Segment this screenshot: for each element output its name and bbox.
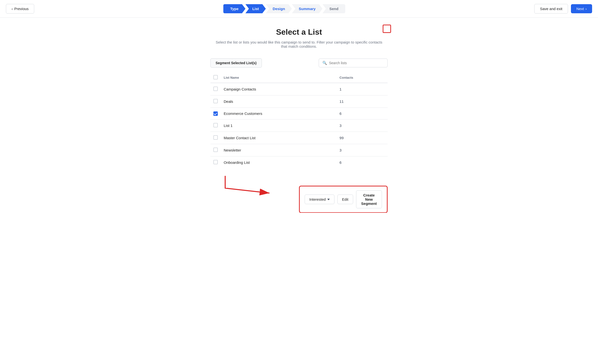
step-send[interactable]: Send	[322, 4, 345, 13]
row-list-name: Campaign Contacts	[221, 83, 337, 95]
row-contacts: 3	[337, 120, 388, 132]
row-list-name: Newsletter	[221, 144, 337, 156]
list-table: List Name Contacts Campaign Contacts1Dea…	[210, 73, 388, 168]
row-contacts: 6	[337, 108, 388, 120]
row-list-name: Deals	[221, 95, 337, 108]
row-checkbox-cell	[210, 120, 221, 132]
row-checkbox-cell	[210, 83, 221, 95]
create-new-segment-button[interactable]: Create New Segment	[356, 190, 382, 208]
search-box: 🔍	[319, 59, 388, 67]
table-row: List 13	[210, 120, 388, 132]
list-table-body: Campaign Contacts1Deals11Ecommerce Custo…	[210, 83, 388, 168]
table-row: Onboarding List6	[210, 156, 388, 169]
row-checkbox-cell	[210, 132, 221, 144]
chevron-left-icon: ‹	[12, 7, 13, 11]
page-subtitle: Select the list or lists you would like …	[213, 40, 385, 48]
table-row: Master Contact List99	[210, 132, 388, 144]
wizard-steps: Type List Design Summary Send	[223, 4, 345, 13]
row-checkbox-6[interactable]	[213, 160, 218, 164]
row-checkbox-1[interactable]	[213, 99, 218, 103]
main-content: Select a List Select the list or lists y…	[0, 18, 598, 213]
step-list[interactable]: List	[245, 4, 266, 13]
row-checkbox-3[interactable]	[213, 123, 218, 127]
table-row: Ecommerce Customers6	[210, 108, 388, 120]
previous-button[interactable]: ‹ Previous	[6, 4, 34, 14]
list-container: Segment Selected List(s) 🔍 List Name Con…	[210, 58, 388, 203]
list-toolbar: Segment Selected List(s) 🔍	[210, 58, 388, 68]
row-checkbox-cell	[210, 144, 221, 156]
header-checkbox-cell	[210, 73, 221, 83]
arrow-and-actions: Interested Edit Create New Segment	[210, 173, 388, 203]
segment-selected-lists-button[interactable]: Segment Selected List(s)	[210, 58, 262, 68]
row-checkbox-cell	[210, 108, 221, 120]
table-row: Deals11	[210, 95, 388, 108]
search-icon: 🔍	[322, 61, 327, 65]
select-all-checkbox[interactable]	[213, 75, 218, 79]
row-contacts: 3	[337, 144, 388, 156]
row-contacts: 1	[337, 83, 388, 95]
table-row: Campaign Contacts1	[210, 83, 388, 95]
next-button[interactable]: Next ›	[571, 4, 592, 13]
save-exit-button[interactable]: Save and exit	[534, 4, 568, 14]
step-type[interactable]: Type	[223, 4, 245, 13]
table-row: Newsletter3	[210, 144, 388, 156]
segment-actions-box: Interested Edit Create New Segment	[299, 186, 388, 213]
red-square-icon	[383, 25, 391, 33]
edit-button[interactable]: Edit	[337, 195, 353, 204]
row-contacts: 99	[337, 132, 388, 144]
header: ‹ Previous Type List Design Summary Send…	[0, 0, 598, 18]
step-summary[interactable]: Summary	[292, 4, 322, 13]
row-list-name: Onboarding List	[221, 156, 337, 169]
row-list-name: Master Contact List	[221, 132, 337, 144]
row-checkbox-5[interactable]	[213, 148, 218, 152]
header-left: ‹ Previous	[6, 4, 34, 14]
col-list-name-header: List Name	[221, 73, 337, 83]
row-checkbox-cell	[210, 95, 221, 108]
row-checkbox-2[interactable]	[213, 111, 218, 116]
row-list-name: List 1	[221, 120, 337, 132]
header-right: Save and exit Next ›	[534, 4, 592, 14]
row-checkbox-0[interactable]	[213, 87, 218, 91]
col-contacts-header: Contacts	[337, 73, 388, 83]
page-title: Select a List	[276, 28, 322, 37]
segment-actions-container: Interested Edit Create New Segment	[255, 186, 388, 213]
table-header-row: List Name Contacts	[210, 73, 388, 83]
row-checkbox-4[interactable]	[213, 135, 218, 140]
row-contacts: 6	[337, 156, 388, 169]
row-checkbox-cell	[210, 156, 221, 169]
row-contacts: 11	[337, 95, 388, 108]
step-design[interactable]: Design	[266, 4, 292, 13]
chevron-down-icon	[327, 199, 330, 200]
search-input[interactable]	[329, 61, 384, 65]
row-list-name: Ecommerce Customers	[221, 108, 337, 120]
interested-button[interactable]: Interested	[305, 195, 334, 204]
chevron-right-icon: ›	[585, 7, 587, 11]
